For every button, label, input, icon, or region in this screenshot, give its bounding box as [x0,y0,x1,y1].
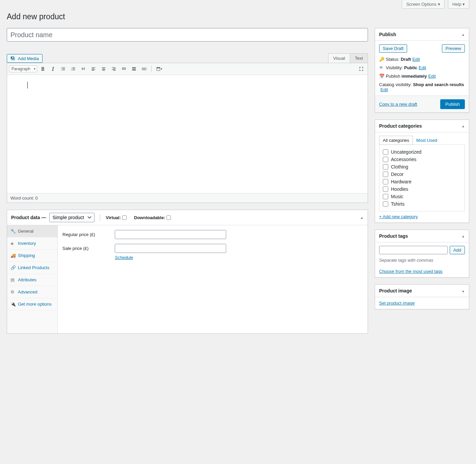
editor-textarea[interactable] [7,75,368,193]
gear-icon: ⚙ [10,289,15,294]
tab-advanced[interactable]: ⚙Advanced [7,286,57,298]
align-left-icon[interactable] [89,65,98,73]
categories-header[interactable]: Product categories▲ [375,120,469,132]
sale-price-label: Sale price (£) [62,244,115,251]
category-checkbox[interactable] [383,172,388,177]
regular-price-input[interactable] [115,230,226,239]
bold-icon[interactable] [38,65,47,73]
publish-date-row: 📅Publish immediatelyEdit [379,74,465,79]
product-data-label: Product data — [11,215,46,220]
number-list-icon[interactable] [69,65,78,73]
category-item[interactable]: Tshirts [383,200,461,208]
publish-box: Publish▲ Save Draft Preview 🔑Status: Dra… [375,28,469,113]
tab-get-more[interactable]: 🔌Get more options [7,298,57,310]
category-checkbox[interactable] [383,194,388,199]
category-list[interactable]: Uncategorized Accessories Clothing Decor… [379,145,465,211]
virtual-label[interactable]: Virtual: [106,215,127,220]
visibility-row: 👁Visibility: PublicEdit [379,65,465,70]
product-image-box: Product image▲ Set product image [375,284,469,309]
wrench-icon: 🔧 [10,229,15,234]
tab-shipping[interactable]: 🚚Shipping [7,250,57,262]
set-image-link[interactable]: Set product image [379,301,415,306]
align-center-icon[interactable] [99,65,108,73]
word-count: Word count: 0 [7,193,368,203]
category-item[interactable]: Hardware [383,178,461,185]
inventory-icon: ◈ [10,241,15,246]
separator [151,66,152,72]
catalog-row: Catalog visibility: Shop and search resu… [379,82,465,92]
downloadable-label[interactable]: Downloadable: [134,215,171,220]
publish-button[interactable]: Publish [440,99,465,109]
link-icon[interactable] [120,65,128,73]
more-icon[interactable] [130,65,138,73]
edit-visibility-link[interactable]: Edit [419,65,426,70]
save-draft-button[interactable]: Save Draft [379,44,407,53]
edit-publish-link[interactable]: Edit [428,74,435,79]
quote-icon[interactable] [79,65,88,73]
list-icon: ▤ [10,277,15,282]
visual-tab[interactable]: Visual [328,53,350,63]
all-categories-tab[interactable]: All categories [379,136,413,145]
tag-input[interactable] [379,246,448,254]
tab-inventory[interactable]: ◈Inventory [7,237,57,250]
tab-general[interactable]: 🔧General [7,225,57,237]
sale-price-input[interactable] [115,244,226,253]
bullet-list-icon[interactable] [59,65,68,73]
category-checkbox[interactable] [383,164,388,170]
edit-catalog-link[interactable]: Edit [380,87,388,92]
format-select[interactable]: Paragraph [9,66,37,72]
tab-linked[interactable]: 🔗Linked Products [7,262,57,274]
category-checkbox[interactable] [383,179,388,184]
category-item[interactable]: Accessories [383,156,461,163]
keyboard-icon[interactable] [140,65,149,73]
category-item[interactable]: Hoodies [383,185,461,193]
text-tab[interactable]: Text [350,53,368,63]
preview-button[interactable]: Preview [442,44,465,53]
calendar-icon[interactable]: ▾ [154,65,163,73]
categories-box: Product categories▲ All categories Most … [375,120,469,223]
category-item[interactable]: Music [383,193,461,200]
align-right-icon[interactable] [109,65,118,73]
category-checkbox[interactable] [383,149,388,155]
most-used-tab[interactable]: Most Used [413,136,441,145]
key-icon: 🔑 [379,57,386,62]
category-checkbox[interactable] [383,186,388,192]
tags-box: Product tags▲ Add Separate tags with com… [375,230,469,278]
chevron-up-icon: ▲ [461,234,465,238]
publish-header[interactable]: Publish▲ [375,28,469,41]
editor-toolbar: Paragraph ▾ [7,63,368,75]
category-item[interactable]: Clothing [383,163,461,171]
plug-icon: 🔌 [10,302,15,307]
page-title: Add new product [7,12,469,21]
add-tag-button[interactable]: Add [450,246,465,254]
tag-hint: Separate tags with commas [379,258,465,263]
add-category-link[interactable]: + Add new category [379,214,418,219]
schedule-link[interactable]: Schedule [115,255,133,260]
product-name-input[interactable] [7,28,368,42]
editor-box: Paragraph ▾ Word count: 0 [7,63,368,203]
virtual-checkbox[interactable] [122,215,127,220]
help-button[interactable]: Help ▾ [448,0,469,9]
calendar-icon: 📅 [379,74,386,79]
italic-icon[interactable] [49,65,57,73]
collapse-icon[interactable]: ▲ [360,216,364,220]
edit-status-link[interactable]: Edit [412,57,420,62]
category-item[interactable]: Uncategorized [383,148,461,156]
add-media-button[interactable]: Add Media [7,54,43,63]
copy-draft-link[interactable]: Copy to a new draft [379,102,417,107]
eye-icon: 👁 [379,65,386,70]
screen-options-button[interactable]: Screen Options ▾ [402,0,444,9]
category-item[interactable]: Decor [383,171,461,178]
product-type-select[interactable]: Simple product [49,213,95,222]
truck-icon: 🚚 [10,253,15,258]
tab-attributes[interactable]: ▤Attributes [7,274,57,286]
regular-price-label: Regular price (£) [62,230,115,237]
tags-header[interactable]: Product tags▲ [375,230,469,242]
product-data-box: Product data — Simple product Virtual: D… [7,210,368,334]
downloadable-checkbox[interactable] [166,215,171,220]
category-checkbox[interactable] [383,201,388,207]
product-image-header[interactable]: Product image▲ [375,285,469,297]
choose-tags-link[interactable]: Choose from the most used tags [379,269,443,274]
fullscreen-icon[interactable] [357,65,366,73]
category-checkbox[interactable] [383,157,388,162]
